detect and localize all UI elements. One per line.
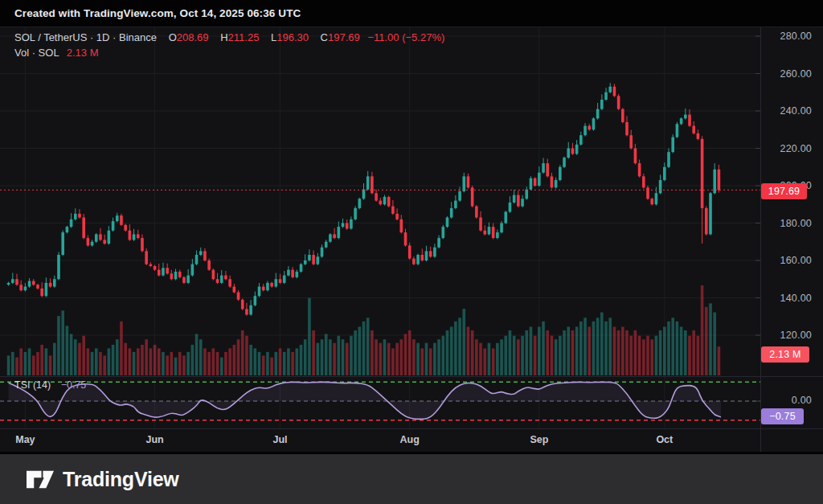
price-axis-label: 180.00 [780,218,812,229]
price-axis-label: 140.00 [780,293,812,304]
volume-legend[interactable]: Vol · SOL 2.13 M [14,47,99,59]
snapshot-title: Created with TradingView.com, Oct 14, 20… [0,0,823,27]
tsi-value-badge: −0.75 [761,408,804,424]
time-axis-label-jul: Jul [272,434,287,445]
time-axis-label-oct: Oct [656,434,673,445]
volume-badge: 2.13 M [761,346,809,363]
tsi-legend-label: TSI (14) [14,379,51,391]
tradingview-brand-text[interactable]: TradingView [63,468,179,491]
price-axis-label: 260.00 [780,68,812,80]
snapshot-title-text: Created with TradingView.com, Oct 14, 20… [14,7,301,19]
tsi-legend[interactable]: TSI (14) −0.75 [14,379,86,391]
volume-legend-value: 2.13 M [67,47,99,59]
price-axis-label: 160.00 [780,255,812,266]
price-axis-label: 120.00 [780,330,812,341]
ohlc-open-label: O [169,31,177,43]
time-axis-label-may: May [15,434,35,445]
time-axis-label-jun: Jun [145,434,163,445]
ohlc-high-value: 211.25 [228,31,260,43]
price-axis-label: 240.00 [780,105,812,117]
tradingview-snapshot: Created with TradingView.com, Oct 14, 20… [0,0,823,504]
last-price-badge: 197.69 [761,183,807,199]
price-axis-label: 220.00 [780,143,812,154]
ohlc-high-label: H [220,31,227,43]
symbol-title[interactable]: SOL / TetherUS · 1D · Binance [14,31,157,43]
ohlc-open-value: 208.69 [177,31,209,43]
time-axis-label-aug: Aug [400,434,420,445]
tsi-zero-axis-label: 0.00 [792,395,812,406]
footer-bar: TradingView [0,454,823,504]
price-axis-label: 280.00 [780,31,812,42]
tsi-legend-value: −0.75 [61,379,87,391]
volume-legend-label: Vol · SOL [14,47,59,59]
symbol-legend[interactable]: SOL / TetherUS · 1D · Binance O208.69 H2… [14,31,444,43]
tradingview-logo-icon[interactable] [27,469,54,490]
chart-canvas[interactable] [0,0,823,504]
ohlc-close-label: C [321,31,328,43]
ohlc-low-value: 196.30 [276,31,309,43]
time-axis-label-sep: Sep [530,434,548,445]
change-value: −11.00 (−5.27%) [367,31,444,43]
ohlc-close-value: 197.69 [328,31,360,43]
